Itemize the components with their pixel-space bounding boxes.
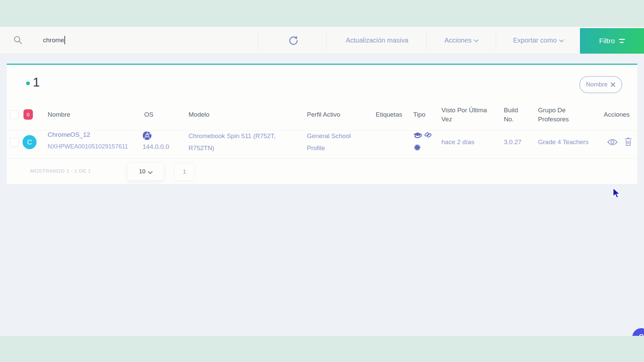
column-header-model[interactable]: Modelo — [189, 110, 209, 119]
active-profile: General School Profile — [307, 130, 364, 154]
device-name-link[interactable]: ChromeOS_12 — [48, 131, 90, 138]
toolbar-divider — [496, 30, 496, 50]
column-header-name[interactable]: Nombre — [48, 110, 70, 119]
pagination-summary: MOSTRANDO 1 - 1 DE 1 — [30, 168, 91, 174]
chip-close-icon[interactable] — [610, 82, 615, 87]
device-serial: NXHPWEA001051029157611 — [48, 142, 128, 151]
top-band — [0, 0, 644, 27]
column-header-actions: Acciones — [604, 110, 630, 119]
avatar: C — [22, 135, 37, 149]
toolbar-divider — [258, 30, 258, 50]
mouse-cursor — [612, 188, 621, 199]
teacher-group: Grade 4 Teachers — [538, 136, 589, 148]
filter-button-label: Filtro — [599, 37, 615, 45]
chevron-down-icon — [148, 169, 153, 174]
chevron-down-icon — [559, 38, 564, 42]
badge-seal-icon — [414, 144, 421, 151]
results-count: 1 — [33, 75, 40, 89]
column-header-build-no[interactable]: Build No. — [504, 106, 527, 124]
filter-chip-label: Nombre — [586, 81, 607, 88]
text-caret — [64, 36, 65, 44]
page-1-button[interactable]: 1 — [174, 163, 195, 181]
select-all-checkbox[interactable] — [10, 110, 19, 119]
export-as-dropdown[interactable]: Exportar como — [500, 27, 576, 54]
column-header-tags[interactable]: Etiquetas — [376, 110, 402, 119]
os-version: 144.0.0.0 — [143, 142, 169, 151]
bottom-band — [0, 336, 644, 362]
filter-lines-icon — [619, 39, 625, 43]
device-management-screen: chrome Actualización masiva Acciones Exp… — [0, 0, 644, 362]
row-divider — [7, 158, 637, 159]
column-header-active-profile[interactable]: Perfil Activo — [307, 110, 340, 119]
graduation-cap-icon — [413, 132, 423, 139]
device-model: Chromebook Spin 511 (R752T, R752TN) — [189, 130, 276, 154]
view-icon[interactable] — [607, 138, 618, 146]
refresh-button[interactable] — [288, 35, 299, 46]
column-header-last-seen[interactable]: Visto Por Última Vez — [441, 106, 492, 124]
chevron-down-icon — [474, 38, 479, 42]
chrome-os-icon — [143, 131, 152, 140]
trash-icon[interactable] — [625, 137, 632, 146]
search-input[interactable]: chrome — [43, 27, 65, 54]
results-card — [7, 65, 637, 184]
build-no: 3.0.27 — [504, 136, 522, 148]
column-header-os[interactable]: OS — [144, 110, 153, 119]
search-icon — [13, 36, 23, 45]
toolbar-divider — [426, 30, 427, 50]
bulk-update-button[interactable]: Actualización masiva — [335, 27, 419, 54]
column-header-teacher-group[interactable]: Grupo De Profesores — [538, 106, 585, 124]
page-size-value: 10 — [139, 168, 146, 175]
count-dot — [26, 81, 30, 85]
row-checkbox[interactable] — [10, 138, 19, 147]
actions-dropdown[interactable]: Acciones — [431, 27, 491, 54]
selected-count-badge: 0 — [23, 109, 33, 120]
toolbar-divider — [326, 30, 327, 50]
filter-chip-nombre[interactable]: Nombre — [579, 76, 622, 93]
toolbar: chrome Actualización masiva Acciones Exp… — [0, 27, 644, 54]
column-header-type[interactable]: Tipo — [413, 110, 425, 119]
last-seen: hace 2 días — [441, 136, 474, 148]
page-size-dropdown[interactable]: 10 — [127, 163, 164, 180]
filter-button[interactable]: Filtro — [580, 28, 644, 54]
link-icon — [424, 131, 432, 139]
